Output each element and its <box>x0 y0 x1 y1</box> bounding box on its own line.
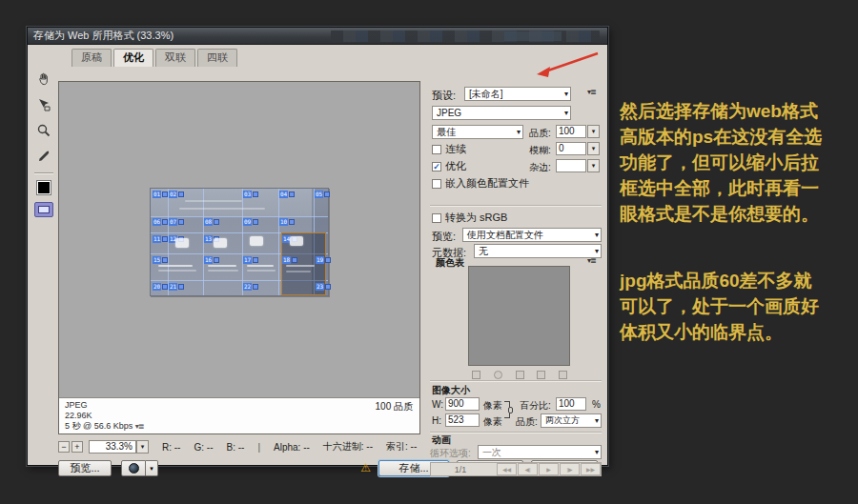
color-table-title: 颜色表 <box>436 256 464 270</box>
panel-menu-icon[interactable]: ▾≣ <box>587 256 596 265</box>
camera-icon <box>250 236 263 246</box>
blurred-text <box>158 270 196 272</box>
index-label: 索引: <box>386 441 408 452</box>
checkbox-box <box>432 145 441 154</box>
width-label: W: <box>432 399 443 410</box>
matte-stepper[interactable]: ▾ <box>587 159 600 172</box>
compression-quality-dropdown[interactable]: 最佳 <box>432 125 523 139</box>
link-dimensions-icon[interactable] <box>504 401 510 418</box>
animation-frame-bar: 1/1 ◀◀ ◀| ▶ |▶ ▶▶ <box>430 462 602 476</box>
panel-menu-icon[interactable]: ▾≣ <box>135 421 144 432</box>
slice-badge-03: 03 <box>243 191 258 198</box>
image-size-title: 图像大小 <box>432 384 470 397</box>
color-table-buttons <box>472 371 567 379</box>
g-value: -- <box>207 442 214 453</box>
delete-color-icon[interactable] <box>559 371 567 379</box>
eyedropper-tool-icon[interactable] <box>34 147 53 166</box>
slice-select-tool-icon[interactable] <box>34 95 53 114</box>
index-value: -- <box>411 441 418 452</box>
divider: | <box>257 442 260 453</box>
animation-title: 动画 <box>432 433 451 447</box>
preview-mode-dropdown[interactable]: 使用文档配置文件 <box>462 228 602 242</box>
zoom-tool-icon[interactable] <box>34 121 53 140</box>
tool-column <box>31 70 56 217</box>
previous-frame-button[interactable]: ◀| <box>518 463 538 475</box>
slice-badge-15: 15 <box>153 256 168 264</box>
zoom-in-button[interactable]: + <box>72 441 83 453</box>
slice-badge-05: 05 <box>315 191 330 198</box>
browser-icon <box>129 463 139 474</box>
shift-web-palette-icon[interactable] <box>494 371 502 379</box>
r-label: R: <box>162 442 172 453</box>
zoom-level-field[interactable]: 33.3% <box>89 440 136 454</box>
new-color-icon[interactable] <box>537 371 545 379</box>
tab-optimized[interactable]: 优化 <box>113 49 153 67</box>
blur-field[interactable]: 0 <box>556 142 586 155</box>
eyedropper-color-swatch[interactable] <box>36 180 51 195</box>
play-button[interactable]: ▶ <box>539 463 559 475</box>
preview-tabs: 原稿 优化 双联 四联 <box>72 49 237 67</box>
select-colors-icon[interactable] <box>472 371 480 379</box>
plant-icon <box>214 238 227 248</box>
browser-dropdown-arrow[interactable]: ▾ <box>146 460 158 476</box>
optimized-checkbox[interactable]: ✓ 优化 <box>432 159 466 173</box>
quality-stepper[interactable]: ▾ <box>587 125 600 138</box>
zoom-dropdown-arrow[interactable]: ▾ <box>136 440 149 454</box>
zoom-out-button[interactable]: − <box>58 441 70 453</box>
tab-4up[interactable]: 四联 <box>197 49 237 67</box>
percent-field[interactable]: 100 <box>556 397 586 411</box>
slice-badge-23: 23 <box>316 283 331 291</box>
optimize-statusbar: JPEG 22.96K 5 秒 @ 56.6 Kbps ▾≣ 100 品质 <box>59 397 419 433</box>
browser-preview-button[interactable] <box>121 460 146 476</box>
preset-dropdown[interactable]: [未命名] <box>464 87 571 101</box>
width-field[interactable]: 900 <box>445 397 480 411</box>
height-field[interactable]: 523 <box>445 413 480 427</box>
thumbnail[interactable]: 0102030405060708091011121314151617181920… <box>150 188 329 296</box>
panel-menu-icon[interactable]: ▾≣ <box>587 88 596 96</box>
annotation-paragraph-2: jpg格式品质60差不多就 可以了，处于一个画质好 体积又小的临界点。 <box>620 268 858 345</box>
hand-tool-icon[interactable] <box>34 70 53 89</box>
status-filesize: 22.96K <box>65 411 414 421</box>
convert-srgb-checkbox[interactable]: 转换为 sRGB <box>432 211 507 225</box>
tab-original[interactable]: 原稿 <box>72 49 112 67</box>
blurred-text <box>185 200 242 202</box>
progressive-checkbox[interactable]: 连续 <box>432 142 466 156</box>
quality-field[interactable]: 100 <box>556 125 586 138</box>
dialog-titlebar[interactable]: 存储为 Web 所用格式 (33.3%) <box>28 28 607 45</box>
blur-label: 模糊: <box>529 144 551 157</box>
metadata-dropdown[interactable]: 无 <box>474 244 602 258</box>
preview-canvas[interactable]: 0102030405060708091011121314151617181920… <box>59 82 419 397</box>
tab-2up[interactable]: 双联 <box>155 49 195 67</box>
matte-field[interactable] <box>556 159 586 172</box>
preset-label: 预设: <box>432 89 456 103</box>
blurred-text <box>208 270 238 272</box>
preview-in-browser-button[interactable]: 预览... <box>58 460 112 476</box>
toolbar-divider <box>34 172 53 173</box>
format-dropdown[interactable]: JPEG <box>432 106 571 120</box>
r-value: -- <box>174 442 181 453</box>
slice-badge-04: 04 <box>279 191 295 198</box>
status-quality: 100 品质 <box>376 401 413 412</box>
blurred-text <box>286 271 311 272</box>
blur-stepper[interactable]: ▾ <box>587 142 600 155</box>
slice-badge-10: 10 <box>279 218 295 226</box>
desktop-background: 存储为 Web 所用格式 (33.3%) 原稿 优化 双联 四联 <box>0 0 858 504</box>
resample-quality-dropdown[interactable]: 两次立方（较锐... <box>541 413 602 428</box>
loop-options-dropdown[interactable]: 一次 <box>478 445 602 459</box>
last-frame-button[interactable]: ▶▶ <box>581 463 601 475</box>
first-frame-button[interactable]: ◀◀ <box>497 463 517 475</box>
blurred-text <box>208 265 236 267</box>
dialog-body: 原稿 优化 双联 四联 <box>28 45 607 465</box>
status-download-time: 5 秒 @ 56.6 Kbps <box>65 421 133 431</box>
slice-badge-02: 02 <box>169 191 184 198</box>
blurred-text <box>247 265 274 267</box>
embed-profile-checkbox[interactable]: 嵌入颜色配置文件 <box>432 176 529 191</box>
lock-color-icon[interactable] <box>516 371 524 379</box>
slice-badge-20: 20 <box>153 283 168 291</box>
toggle-slices-visibility-button[interactable] <box>34 202 53 217</box>
next-frame-button[interactable]: |▶ <box>560 463 580 475</box>
slice-badge-01: 01 <box>153 191 168 198</box>
separator <box>430 432 602 433</box>
loop-options-label: 循环选项: <box>430 447 471 460</box>
preview-mode-label: 预览: <box>432 230 456 244</box>
